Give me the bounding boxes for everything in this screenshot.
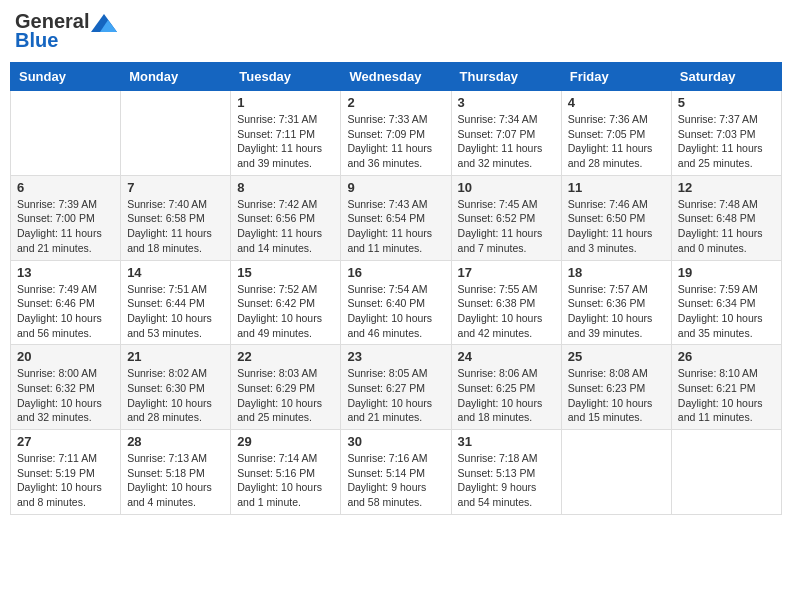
day-info: Sunrise: 7:46 AM Sunset: 6:50 PM Dayligh… bbox=[568, 197, 665, 256]
day-number: 24 bbox=[458, 349, 555, 364]
calendar-week-row: 20Sunrise: 8:00 AM Sunset: 6:32 PM Dayli… bbox=[11, 345, 782, 430]
day-info: Sunrise: 7:36 AM Sunset: 7:05 PM Dayligh… bbox=[568, 112, 665, 171]
calendar-cell: 20Sunrise: 8:00 AM Sunset: 6:32 PM Dayli… bbox=[11, 345, 121, 430]
day-info: Sunrise: 7:31 AM Sunset: 7:11 PM Dayligh… bbox=[237, 112, 334, 171]
calendar-cell bbox=[11, 91, 121, 176]
calendar-week-row: 27Sunrise: 7:11 AM Sunset: 5:19 PM Dayli… bbox=[11, 430, 782, 515]
day-info: Sunrise: 7:37 AM Sunset: 7:03 PM Dayligh… bbox=[678, 112, 775, 171]
day-info: Sunrise: 7:14 AM Sunset: 5:16 PM Dayligh… bbox=[237, 451, 334, 510]
calendar-week-row: 13Sunrise: 7:49 AM Sunset: 6:46 PM Dayli… bbox=[11, 260, 782, 345]
calendar-cell: 28Sunrise: 7:13 AM Sunset: 5:18 PM Dayli… bbox=[121, 430, 231, 515]
day-number: 25 bbox=[568, 349, 665, 364]
weekday-header: Saturday bbox=[671, 63, 781, 91]
calendar-cell: 4Sunrise: 7:36 AM Sunset: 7:05 PM Daylig… bbox=[561, 91, 671, 176]
day-info: Sunrise: 7:51 AM Sunset: 6:44 PM Dayligh… bbox=[127, 282, 224, 341]
day-number: 5 bbox=[678, 95, 775, 110]
calendar-cell: 21Sunrise: 8:02 AM Sunset: 6:30 PM Dayli… bbox=[121, 345, 231, 430]
day-number: 29 bbox=[237, 434, 334, 449]
weekday-header: Friday bbox=[561, 63, 671, 91]
day-info: Sunrise: 7:39 AM Sunset: 7:00 PM Dayligh… bbox=[17, 197, 114, 256]
day-number: 20 bbox=[17, 349, 114, 364]
weekday-header: Wednesday bbox=[341, 63, 451, 91]
day-number: 6 bbox=[17, 180, 114, 195]
calendar-cell: 30Sunrise: 7:16 AM Sunset: 5:14 PM Dayli… bbox=[341, 430, 451, 515]
weekday-header: Thursday bbox=[451, 63, 561, 91]
logo-text-blue: Blue bbox=[15, 29, 58, 51]
day-info: Sunrise: 7:52 AM Sunset: 6:42 PM Dayligh… bbox=[237, 282, 334, 341]
weekday-header: Sunday bbox=[11, 63, 121, 91]
calendar-cell: 16Sunrise: 7:54 AM Sunset: 6:40 PM Dayli… bbox=[341, 260, 451, 345]
calendar-cell: 11Sunrise: 7:46 AM Sunset: 6:50 PM Dayli… bbox=[561, 175, 671, 260]
day-info: Sunrise: 8:05 AM Sunset: 6:27 PM Dayligh… bbox=[347, 366, 444, 425]
day-info: Sunrise: 7:42 AM Sunset: 6:56 PM Dayligh… bbox=[237, 197, 334, 256]
logo-triangle bbox=[91, 12, 117, 32]
calendar-cell: 5Sunrise: 7:37 AM Sunset: 7:03 PM Daylig… bbox=[671, 91, 781, 176]
calendar-cell: 25Sunrise: 8:08 AM Sunset: 6:23 PM Dayli… bbox=[561, 345, 671, 430]
day-number: 23 bbox=[347, 349, 444, 364]
calendar-cell: 3Sunrise: 7:34 AM Sunset: 7:07 PM Daylig… bbox=[451, 91, 561, 176]
day-info: Sunrise: 8:10 AM Sunset: 6:21 PM Dayligh… bbox=[678, 366, 775, 425]
day-info: Sunrise: 7:59 AM Sunset: 6:34 PM Dayligh… bbox=[678, 282, 775, 341]
day-number: 22 bbox=[237, 349, 334, 364]
day-info: Sunrise: 7:55 AM Sunset: 6:38 PM Dayligh… bbox=[458, 282, 555, 341]
calendar-table: SundayMondayTuesdayWednesdayThursdayFrid… bbox=[10, 62, 782, 515]
calendar-cell: 27Sunrise: 7:11 AM Sunset: 5:19 PM Dayli… bbox=[11, 430, 121, 515]
calendar-cell bbox=[121, 91, 231, 176]
weekday-header: Tuesday bbox=[231, 63, 341, 91]
day-number: 15 bbox=[237, 265, 334, 280]
day-number: 18 bbox=[568, 265, 665, 280]
weekday-header: Monday bbox=[121, 63, 231, 91]
calendar-cell: 19Sunrise: 7:59 AM Sunset: 6:34 PM Dayli… bbox=[671, 260, 781, 345]
day-info: Sunrise: 7:34 AM Sunset: 7:07 PM Dayligh… bbox=[458, 112, 555, 171]
day-number: 13 bbox=[17, 265, 114, 280]
day-info: Sunrise: 7:45 AM Sunset: 6:52 PM Dayligh… bbox=[458, 197, 555, 256]
calendar-cell bbox=[561, 430, 671, 515]
day-number: 9 bbox=[347, 180, 444, 195]
day-info: Sunrise: 7:11 AM Sunset: 5:19 PM Dayligh… bbox=[17, 451, 114, 510]
day-info: Sunrise: 7:49 AM Sunset: 6:46 PM Dayligh… bbox=[17, 282, 114, 341]
calendar-cell: 6Sunrise: 7:39 AM Sunset: 7:00 PM Daylig… bbox=[11, 175, 121, 260]
day-info: Sunrise: 7:33 AM Sunset: 7:09 PM Dayligh… bbox=[347, 112, 444, 171]
page-header: General Blue bbox=[10, 10, 782, 52]
calendar-cell: 8Sunrise: 7:42 AM Sunset: 6:56 PM Daylig… bbox=[231, 175, 341, 260]
day-number: 10 bbox=[458, 180, 555, 195]
day-number: 8 bbox=[237, 180, 334, 195]
day-number: 26 bbox=[678, 349, 775, 364]
day-number: 12 bbox=[678, 180, 775, 195]
calendar-week-row: 1Sunrise: 7:31 AM Sunset: 7:11 PM Daylig… bbox=[11, 91, 782, 176]
calendar-header-row: SundayMondayTuesdayWednesdayThursdayFrid… bbox=[11, 63, 782, 91]
day-number: 1 bbox=[237, 95, 334, 110]
calendar-cell: 10Sunrise: 7:45 AM Sunset: 6:52 PM Dayli… bbox=[451, 175, 561, 260]
day-info: Sunrise: 7:54 AM Sunset: 6:40 PM Dayligh… bbox=[347, 282, 444, 341]
logo: General Blue bbox=[15, 10, 119, 52]
day-info: Sunrise: 8:03 AM Sunset: 6:29 PM Dayligh… bbox=[237, 366, 334, 425]
day-number: 16 bbox=[347, 265, 444, 280]
calendar-cell: 2Sunrise: 7:33 AM Sunset: 7:09 PM Daylig… bbox=[341, 91, 451, 176]
day-number: 21 bbox=[127, 349, 224, 364]
calendar-cell: 7Sunrise: 7:40 AM Sunset: 6:58 PM Daylig… bbox=[121, 175, 231, 260]
calendar-cell: 29Sunrise: 7:14 AM Sunset: 5:16 PM Dayli… bbox=[231, 430, 341, 515]
day-number: 11 bbox=[568, 180, 665, 195]
day-info: Sunrise: 7:43 AM Sunset: 6:54 PM Dayligh… bbox=[347, 197, 444, 256]
day-info: Sunrise: 7:40 AM Sunset: 6:58 PM Dayligh… bbox=[127, 197, 224, 256]
day-number: 7 bbox=[127, 180, 224, 195]
day-number: 3 bbox=[458, 95, 555, 110]
calendar-cell: 14Sunrise: 7:51 AM Sunset: 6:44 PM Dayli… bbox=[121, 260, 231, 345]
calendar-cell: 15Sunrise: 7:52 AM Sunset: 6:42 PM Dayli… bbox=[231, 260, 341, 345]
day-info: Sunrise: 7:13 AM Sunset: 5:18 PM Dayligh… bbox=[127, 451, 224, 510]
calendar-cell: 13Sunrise: 7:49 AM Sunset: 6:46 PM Dayli… bbox=[11, 260, 121, 345]
day-number: 30 bbox=[347, 434, 444, 449]
day-number: 27 bbox=[17, 434, 114, 449]
calendar-cell: 24Sunrise: 8:06 AM Sunset: 6:25 PM Dayli… bbox=[451, 345, 561, 430]
calendar-cell: 9Sunrise: 7:43 AM Sunset: 6:54 PM Daylig… bbox=[341, 175, 451, 260]
day-number: 17 bbox=[458, 265, 555, 280]
day-info: Sunrise: 8:06 AM Sunset: 6:25 PM Dayligh… bbox=[458, 366, 555, 425]
day-info: Sunrise: 7:48 AM Sunset: 6:48 PM Dayligh… bbox=[678, 197, 775, 256]
day-number: 28 bbox=[127, 434, 224, 449]
day-info: Sunrise: 8:02 AM Sunset: 6:30 PM Dayligh… bbox=[127, 366, 224, 425]
calendar-cell: 31Sunrise: 7:18 AM Sunset: 5:13 PM Dayli… bbox=[451, 430, 561, 515]
day-info: Sunrise: 8:00 AM Sunset: 6:32 PM Dayligh… bbox=[17, 366, 114, 425]
calendar-cell bbox=[671, 430, 781, 515]
day-info: Sunrise: 7:16 AM Sunset: 5:14 PM Dayligh… bbox=[347, 451, 444, 510]
calendar-cell: 22Sunrise: 8:03 AM Sunset: 6:29 PM Dayli… bbox=[231, 345, 341, 430]
